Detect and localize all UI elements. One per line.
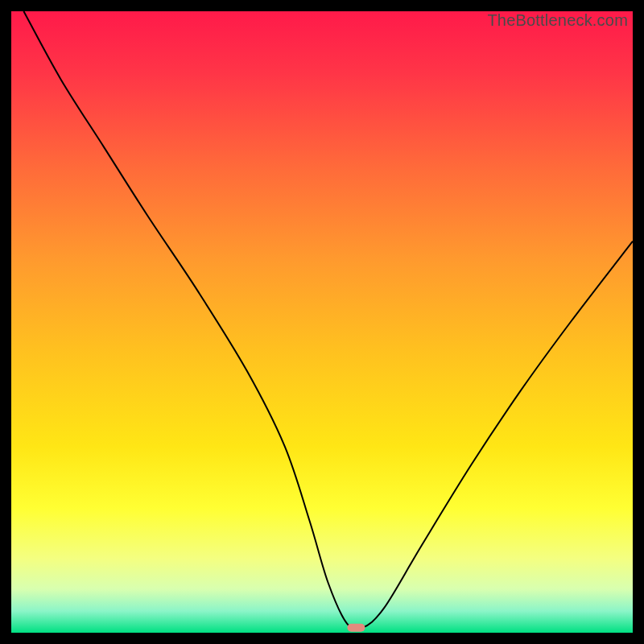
optimal-point-marker (347, 624, 365, 632)
chart-frame: TheBottleneck.com (11, 11, 633, 633)
bottleneck-chart (11, 11, 633, 633)
gradient-background (11, 11, 633, 633)
watermark-text: TheBottleneck.com (487, 11, 628, 30)
